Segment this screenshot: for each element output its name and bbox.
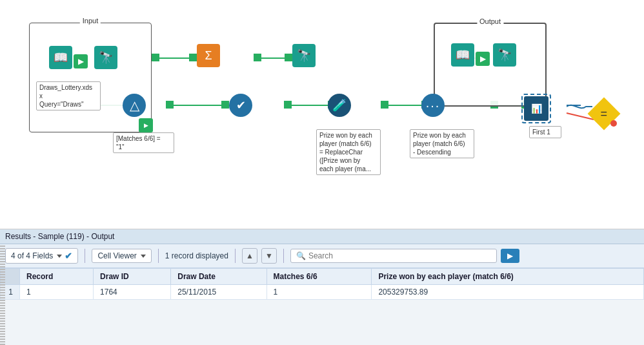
results-panel: Results - Sample (119) - Output 4 of 4 F… [0, 229, 644, 345]
input-book-icon[interactable]: 📖 [49, 46, 72, 69]
input-connector-icon: ▶ [74, 54, 88, 68]
record-count-label: 1 record displayed [165, 251, 228, 260]
svg-rect-15 [381, 101, 388, 109]
input-group-title: Input [80, 17, 101, 25]
table-body: 11176425/11/20151205329753.89 [1, 285, 644, 300]
fields-check-icon: ✔ [65, 251, 72, 261]
output-group-title: Output [477, 17, 503, 25]
svg-rect-1 [152, 54, 159, 61]
separator-4 [283, 249, 284, 263]
cell-viewer-label: Cell Viewer [97, 251, 136, 260]
nav-up-button[interactable]: ▲ [242, 248, 257, 264]
svg-rect-10 [221, 101, 229, 109]
col-header-4: Prize won by each player (match 6/6) [372, 269, 644, 285]
separator-1 [85, 249, 85, 263]
sigma-node[interactable]: Σ [197, 44, 220, 67]
separator-2 [158, 249, 159, 263]
sort-node[interactable]: ··· [421, 94, 445, 117]
lab-icon: 🧪 [328, 94, 351, 117]
sort-annotation: Prize won by eachplayer (match 6/6)- Des… [410, 129, 474, 158]
cell-0-4: 205329753.89 [372, 285, 644, 300]
input-annotation: Draws_Lottery.xdsxQuery="Draws" [36, 81, 101, 110]
wavy-connector [567, 100, 592, 113]
col-header-3: Matches 6/6 [267, 269, 372, 285]
output-connector-icon: ▶ [476, 52, 490, 66]
error-dot [610, 120, 617, 127]
output-binoculars-icon[interactable]: 🔭 [493, 43, 516, 67]
fields-dropdown-button[interactable]: 4 of 4 Fields ✔ [5, 248, 78, 264]
canvas-area: Input 📖 ▶ 🔭 Draws_Lottery.xdsxQuery="Dra… [0, 0, 644, 229]
svg-rect-9 [166, 101, 174, 109]
lab-annotation: Prize won by eachplayer (match 6/6)= Rep… [316, 129, 381, 175]
cell-viewer-chevron-icon [141, 255, 146, 258]
cell-0-0: 1 [20, 285, 94, 300]
table-header-row: RecordDraw IDDraw DateMatches 6/6Prize w… [1, 269, 644, 285]
col-header-1: Draw ID [94, 269, 171, 285]
svg-rect-5 [285, 54, 292, 61]
svg-rect-2 [189, 54, 197, 61]
check-icon: ✔ [229, 94, 252, 117]
nav-down-button[interactable]: ▼ [261, 248, 277, 264]
col-header-0: Record [20, 269, 94, 285]
search-icon: 🔍 [296, 251, 306, 260]
results-title: Results - Sample (119) - Output [0, 229, 644, 244]
output-book-icon[interactable]: 📖 [451, 43, 474, 67]
first-node[interactable]: 📊 [521, 94, 551, 123]
toolbar: 4 of 4 Fields ✔ Cell Viewer 1 record dis… [0, 244, 644, 268]
separator-3 [235, 249, 236, 263]
fields-chevron-icon [57, 255, 62, 258]
cell-0-3: 1 [267, 285, 372, 300]
filter-node[interactable]: △ [123, 94, 146, 117]
table-row[interactable]: 11176425/11/20151205329753.89 [1, 285, 644, 300]
filter-out-icon: ▶ [139, 118, 153, 132]
svg-rect-4 [254, 54, 261, 61]
cell-0-2: 25/11/2015 [171, 285, 267, 300]
search-box[interactable]: 🔍 [290, 249, 497, 263]
sigma-icon: Σ [197, 44, 220, 67]
fields-label: 4 of 4 Fields [11, 251, 53, 260]
binoculars2-node[interactable]: 🔭 [292, 44, 316, 67]
filter-annotation: [Matches 6/6] ="1" [113, 132, 174, 153]
svg-rect-12 [284, 101, 292, 109]
first-icon: 📊 [524, 96, 548, 121]
table-container: RecordDraw IDDraw DateMatches 6/6Prize w… [0, 268, 644, 345]
input-binoculars-icon[interactable]: 🔭 [94, 46, 117, 69]
cell-viewer-button[interactable]: Cell Viewer [92, 249, 151, 263]
search-input[interactable] [308, 251, 491, 260]
left-grip [0, 246, 5, 345]
lab-node[interactable]: 🧪 [328, 94, 351, 117]
first-annotation: First 1 [529, 126, 561, 138]
cell-0-1: 1764 [94, 285, 171, 300]
sort-icon: ··· [421, 94, 445, 117]
check-node[interactable]: ✔ [229, 94, 252, 117]
binoculars2-icon: 🔭 [292, 44, 316, 67]
filter-icon: △ [123, 94, 146, 117]
col-header-2: Draw Date [171, 269, 267, 285]
action-button[interactable]: ▶ [501, 249, 519, 263]
equals-node[interactable]: = [592, 102, 616, 125]
data-table: RecordDraw IDDraw DateMatches 6/6Prize w… [0, 268, 644, 300]
